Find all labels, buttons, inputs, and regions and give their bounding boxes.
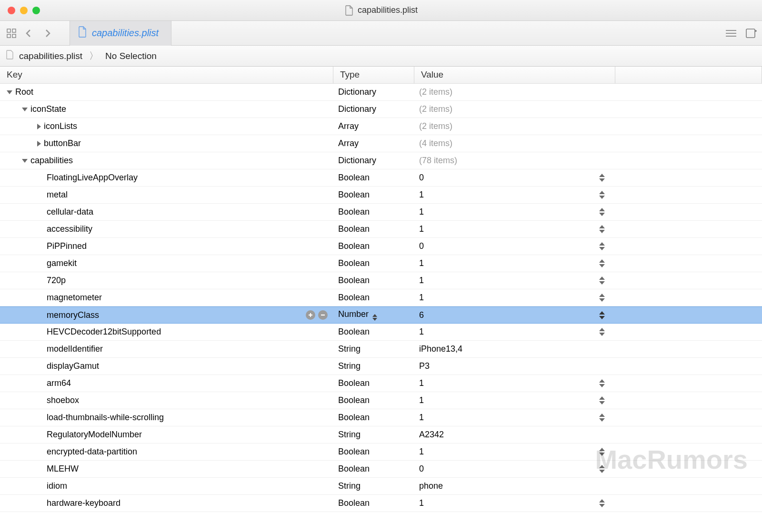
value-cell[interactable]: 1: [414, 395, 615, 405]
disclosure-triangle-icon[interactable]: [37, 141, 41, 147]
key-cell[interactable]: gamekit: [0, 258, 333, 268]
type-cell[interactable]: Boolean: [333, 224, 414, 234]
value-cell[interactable]: A2342: [414, 430, 615, 440]
type-cell[interactable]: Boolean: [333, 190, 414, 200]
type-cell[interactable]: Boolean: [333, 173, 414, 183]
type-cell[interactable]: Boolean: [333, 413, 414, 423]
value-cell[interactable]: 6: [414, 310, 615, 320]
value-cell[interactable]: 0: [414, 464, 615, 474]
remove-row-button[interactable]: [318, 310, 328, 320]
key-cell[interactable]: HEVCDecoder12bitSupported: [0, 327, 333, 337]
value-stepper[interactable]: [599, 259, 606, 268]
value-cell[interactable]: 1: [414, 413, 615, 423]
type-cell[interactable]: String: [333, 430, 414, 440]
type-cell[interactable]: Array: [333, 138, 414, 148]
value-stepper[interactable]: [599, 225, 606, 234]
disclosure-triangle-icon[interactable]: [37, 124, 41, 129]
key-cell[interactable]: capabilities: [0, 156, 333, 166]
value-stepper[interactable]: [599, 413, 606, 423]
value-cell[interactable]: 1: [414, 498, 615, 508]
key-cell[interactable]: iconLists: [0, 121, 333, 131]
plist-row[interactable]: FloatingLiveAppOverlayBoolean0: [0, 169, 762, 187]
type-popup-stepper[interactable]: [372, 314, 377, 321]
value-stepper[interactable]: [599, 207, 606, 217]
show-related-items-button[interactable]: [5, 27, 18, 40]
type-cell[interactable]: Boolean: [333, 395, 414, 405]
value-cell[interactable]: P3: [414, 361, 615, 371]
plist-row[interactable]: HEVCDecoder12bitSupportedBoolean1: [0, 324, 762, 341]
plist-row[interactable]: encrypted-data-partitionBoolean1: [0, 443, 762, 461]
type-cell[interactable]: String: [333, 361, 414, 371]
plist-row[interactable]: PiPPinnedBoolean0: [0, 238, 762, 255]
disclosure-triangle-icon[interactable]: [22, 108, 28, 111]
value-stepper[interactable]: [599, 464, 606, 474]
key-cell[interactable]: FloatingLiveAppOverlay: [0, 173, 333, 183]
value-stepper[interactable]: [599, 499, 606, 508]
add-row-button[interactable]: [306, 310, 315, 320]
key-cell[interactable]: RegulatoryModelNumber: [0, 430, 333, 440]
value-stepper[interactable]: [599, 173, 606, 183]
header-value[interactable]: Value: [414, 67, 615, 83]
key-cell[interactable]: buttonBar: [0, 138, 333, 148]
value-cell[interactable]: 1: [414, 378, 615, 388]
key-cell[interactable]: shoebox: [0, 395, 333, 405]
plist-row[interactable]: MLEHWBoolean0: [0, 461, 762, 478]
add-editor-button[interactable]: [746, 29, 757, 38]
value-cell[interactable]: 1: [414, 258, 615, 268]
value-cell[interactable]: 0: [414, 173, 615, 183]
key-cell[interactable]: 720p: [0, 276, 333, 286]
key-cell[interactable]: hardware-keyboard: [0, 498, 333, 508]
zoom-window-button[interactable]: [32, 7, 40, 14]
plist-row[interactable]: RegulatoryModelNumberStringA2342: [0, 426, 762, 443]
value-stepper[interactable]: [599, 379, 606, 388]
type-cell[interactable]: Boolean: [333, 447, 414, 457]
breadcrumb-file[interactable]: capabilities.plist: [19, 51, 82, 61]
key-cell[interactable]: accessibility: [0, 224, 333, 234]
type-cell[interactable]: Dictionary: [333, 156, 414, 166]
value-cell[interactable]: (78 items): [414, 156, 615, 166]
key-cell[interactable]: displayGamut: [0, 361, 333, 371]
type-cell[interactable]: Boolean: [333, 258, 414, 268]
value-stepper[interactable]: [599, 396, 606, 405]
key-cell[interactable]: Root: [0, 87, 333, 97]
breadcrumb-selection[interactable]: No Selection: [105, 51, 157, 61]
key-cell[interactable]: modelIdentifier: [0, 344, 333, 354]
value-cell[interactable]: iPhone13,4: [414, 344, 615, 354]
header-key[interactable]: Key: [0, 67, 333, 83]
key-cell[interactable]: load-thumbnails-while-scrolling: [0, 413, 333, 423]
value-cell[interactable]: 1: [414, 207, 615, 217]
type-cell[interactable]: Dictionary: [333, 104, 414, 114]
value-stepper[interactable]: [599, 190, 606, 200]
key-cell[interactable]: magnetometer: [0, 293, 333, 303]
value-cell[interactable]: phone: [414, 481, 615, 491]
plist-row[interactable]: buttonBarArray(4 items): [0, 135, 762, 152]
key-cell[interactable]: PiPPinned: [0, 241, 333, 251]
type-cell[interactable]: Number: [333, 309, 414, 321]
forward-button[interactable]: [39, 25, 56, 42]
type-cell[interactable]: Boolean: [333, 327, 414, 337]
value-cell[interactable]: (2 items): [414, 87, 615, 97]
back-button[interactable]: [20, 25, 37, 42]
plist-row[interactable]: arm64Boolean1: [0, 375, 762, 392]
value-cell[interactable]: 1: [414, 224, 615, 234]
value-cell[interactable]: 0: [414, 241, 615, 251]
value-stepper[interactable]: [599, 293, 606, 303]
value-cell[interactable]: (4 items): [414, 138, 615, 148]
plist-row[interactable]: shoeboxBoolean1: [0, 392, 762, 409]
type-cell[interactable]: String: [333, 344, 414, 354]
value-cell[interactable]: 1: [414, 447, 615, 457]
type-cell[interactable]: Array: [333, 121, 414, 131]
type-cell[interactable]: Boolean: [333, 293, 414, 303]
disclosure-triangle-icon[interactable]: [22, 159, 28, 163]
type-cell[interactable]: Dictionary: [333, 87, 414, 97]
value-stepper[interactable]: [599, 310, 606, 320]
plist-row[interactable]: iconStateDictionary(2 items): [0, 101, 762, 118]
value-cell[interactable]: (2 items): [414, 104, 615, 114]
plist-row[interactable]: modelIdentifierStringiPhone13,4: [0, 341, 762, 358]
key-cell[interactable]: metal: [0, 190, 333, 200]
minimize-window-button[interactable]: [20, 7, 28, 14]
plist-row[interactable]: 720pBoolean1: [0, 272, 762, 289]
key-cell[interactable]: iconState: [0, 104, 333, 114]
key-cell[interactable]: MLEHW: [0, 464, 333, 474]
plist-row[interactable]: RootDictionary(2 items): [0, 84, 762, 101]
